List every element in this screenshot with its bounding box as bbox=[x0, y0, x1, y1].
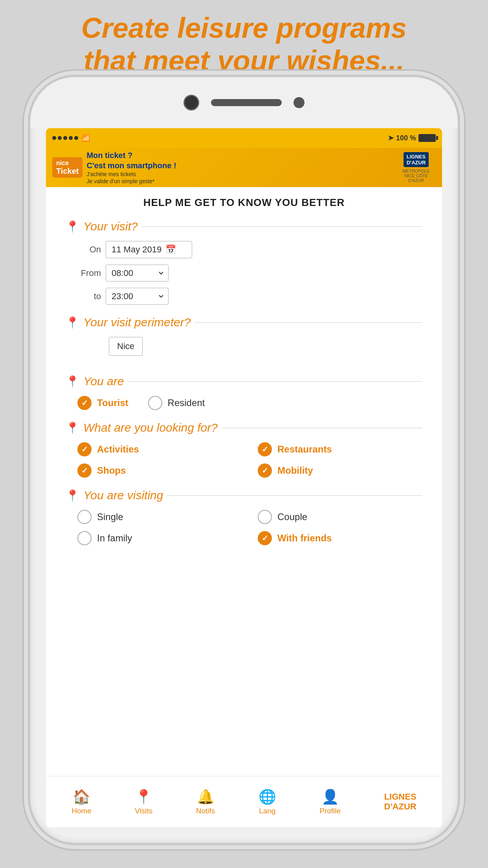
ad-badge: LIGNES D'AZUR bbox=[404, 152, 429, 167]
friends-label: With friends bbox=[277, 533, 332, 544]
tourist-radio-item[interactable]: Tourist bbox=[77, 396, 128, 410]
visiting-radio-grid: Single Couple In family With friends bbox=[77, 510, 422, 545]
location-arrow: ➤ bbox=[388, 134, 394, 142]
lang-icon: 🌐 bbox=[259, 789, 276, 805]
date-input[interactable]: 11 May 2019 📅 bbox=[106, 241, 192, 258]
perimeter-pin-icon: 📍 bbox=[66, 316, 79, 329]
ad-logo-line1: nice bbox=[56, 160, 79, 167]
visiting-section-header: 📍 You are visiting bbox=[66, 489, 422, 502]
visiting-section-line bbox=[167, 495, 422, 496]
visit-section-title: Your visit? bbox=[83, 220, 138, 233]
family-radio-unchecked bbox=[77, 531, 92, 545]
perimeter-section-line bbox=[194, 322, 422, 323]
couple-radio-unchecked bbox=[258, 510, 272, 524]
ad-banner[interactable]: nice Ticket Mon ticket ?C'est mon smartp… bbox=[46, 148, 442, 187]
ad-logo: nice Ticket bbox=[52, 157, 83, 178]
ad-badge-area: LIGNES D'AZUR MÉTROPOLENICE CÔTE D'AZUR bbox=[396, 152, 436, 183]
looking-for-section-line bbox=[222, 428, 422, 428]
header-line1: Create leisure programs bbox=[31, 12, 457, 44]
camera-dot bbox=[294, 97, 305, 108]
single-radio-item[interactable]: Single bbox=[77, 510, 242, 524]
nav-lang[interactable]: 🌐 Lang bbox=[259, 789, 276, 815]
home-icon: 🏠 bbox=[73, 789, 90, 805]
looking-for-section-header: 📍 What are you looking for? bbox=[66, 421, 422, 434]
nav-logo: LIGNES D'AZUR bbox=[384, 792, 416, 811]
nav-visits[interactable]: 📍 Visits bbox=[135, 789, 152, 815]
resident-label: Resident bbox=[168, 397, 205, 408]
activities-checkbox[interactable]: Activities bbox=[77, 442, 242, 456]
activities-check-icon bbox=[77, 442, 92, 456]
nav-notifs[interactable]: 🔔 Notifs bbox=[196, 789, 215, 815]
status-right: ➤ 100 % bbox=[388, 134, 436, 142]
visiting-section-title: You are visiting bbox=[83, 489, 163, 502]
mobility-checkbox[interactable]: Mobility bbox=[258, 463, 422, 478]
from-time-select[interactable]: 08:00 bbox=[106, 265, 169, 281]
wifi-icon: 📶 bbox=[81, 134, 90, 142]
speaker bbox=[211, 99, 282, 106]
phone-shell: 📶 ➤ 100 % nice Ticket Mon ticket ?C'est … bbox=[28, 75, 460, 845]
status-bar: 📶 ➤ 100 % bbox=[46, 128, 442, 148]
signal-dot5 bbox=[74, 136, 78, 140]
couple-label: Couple bbox=[277, 511, 307, 522]
ad-headline: Mon ticket ?C'est mon smartphone ! bbox=[86, 150, 393, 171]
resident-radio-item[interactable]: Resident bbox=[148, 396, 205, 410]
power-button bbox=[458, 242, 460, 293]
main-content: HELP ME GET TO KNOW YOU BETTER 📍 Your vi… bbox=[46, 187, 442, 776]
ad-logo-line2: Ticket bbox=[56, 167, 79, 175]
header-line2: that meet your wishes... bbox=[31, 44, 457, 77]
shops-checkbox[interactable]: Shops bbox=[77, 463, 242, 478]
you-are-pin-icon: 📍 bbox=[66, 375, 79, 388]
phone-screen: 📶 ➤ 100 % nice Ticket Mon ticket ?C'est … bbox=[46, 128, 442, 827]
battery-icon bbox=[418, 134, 436, 142]
friends-radio-checked bbox=[258, 531, 272, 545]
couple-radio-item[interactable]: Couple bbox=[258, 510, 422, 524]
visits-label: Visits bbox=[135, 807, 152, 815]
perimeter-section-header: 📍 Your visit perimeter? bbox=[66, 316, 422, 329]
ad-badge-line2: D'AZUR bbox=[407, 160, 426, 166]
page-title: HELP ME GET TO KNOW YOU BETTER bbox=[66, 197, 422, 209]
profile-icon: 👤 bbox=[321, 789, 339, 805]
header-text: Create leisure programs that meet your w… bbox=[0, 12, 488, 77]
status-left: 📶 bbox=[52, 134, 90, 142]
looking-for-section-title: What are you looking for? bbox=[83, 421, 218, 434]
from-label: From bbox=[66, 268, 101, 278]
on-label: On bbox=[66, 245, 101, 255]
friends-radio-item[interactable]: With friends bbox=[258, 531, 422, 545]
volume-up-button bbox=[28, 226, 30, 254]
you-are-section-title: You are bbox=[83, 375, 124, 388]
activities-label: Activities bbox=[97, 444, 139, 455]
to-row: to 23:00 bbox=[66, 288, 422, 305]
signal-dot4 bbox=[69, 136, 73, 140]
signal-dot2 bbox=[58, 136, 62, 140]
date-value: 11 May 2019 bbox=[112, 245, 161, 255]
family-label: In family bbox=[97, 533, 132, 544]
from-row: From 08:00 bbox=[66, 265, 422, 281]
nav-profile[interactable]: 👤 Profile bbox=[319, 789, 341, 815]
lang-label: Lang bbox=[259, 807, 275, 815]
mute-button bbox=[28, 187, 30, 207]
to-time-select[interactable]: 23:00 bbox=[106, 288, 169, 305]
ad-text: Mon ticket ?C'est mon smartphone ! J'ach… bbox=[86, 150, 393, 185]
bottom-nav: 🏠 Home 📍 Visits 🔔 Notifs 🌐 Lang 👤 Profil… bbox=[46, 776, 442, 827]
to-label: to bbox=[66, 291, 101, 302]
single-radio-unchecked bbox=[77, 510, 92, 524]
restaurants-label: Restaurants bbox=[277, 444, 332, 455]
you-are-section-line bbox=[128, 381, 422, 382]
shops-check-icon bbox=[77, 463, 92, 478]
restaurants-checkbox[interactable]: Restaurants bbox=[258, 442, 422, 456]
phone-top-bar bbox=[30, 77, 458, 128]
tourist-label: Tourist bbox=[97, 397, 128, 408]
nav-home[interactable]: 🏠 Home bbox=[72, 789, 92, 815]
visits-icon: 📍 bbox=[135, 789, 152, 805]
resident-radio-unchecked bbox=[148, 396, 162, 410]
restaurants-check-icon bbox=[258, 442, 272, 456]
perimeter-value[interactable]: Nice bbox=[109, 337, 143, 356]
visit-section-header: 📍 Your visit? bbox=[66, 220, 422, 233]
date-row: On 11 May 2019 📅 bbox=[66, 241, 422, 258]
nav-logo-line1: LIGNES bbox=[384, 792, 416, 802]
family-radio-item[interactable]: In family bbox=[77, 531, 242, 545]
home-label: Home bbox=[72, 807, 92, 815]
tourist-radio-checked bbox=[77, 396, 92, 410]
front-camera bbox=[183, 95, 199, 110]
signal-dot1 bbox=[52, 136, 56, 140]
